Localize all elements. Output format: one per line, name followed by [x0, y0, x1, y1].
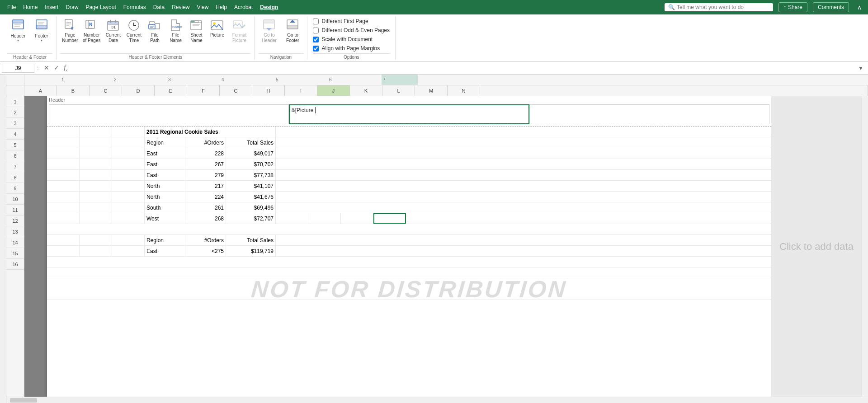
row-num-8[interactable]: 8 — [6, 172, 24, 183]
picture-button[interactable]: Picture — [207, 16, 227, 40]
col-C[interactable]: C — [90, 85, 122, 96]
name-box[interactable] — [2, 64, 34, 73]
data-menu[interactable]: Data — [150, 2, 168, 12]
cell-6-total[interactable]: $41,107 — [226, 181, 276, 191]
col-E[interactable]: E — [155, 85, 187, 96]
cell-8-total[interactable]: $69,496 — [226, 202, 276, 213]
left-scrollbar[interactable] — [0, 75, 6, 403]
col-I[interactable]: I — [285, 85, 317, 96]
cell-12-region[interactable]: East — [145, 246, 185, 256]
col-D[interactable]: D — [122, 85, 155, 96]
design-menu[interactable]: Design — [256, 2, 282, 12]
cell-5-region[interactable]: East — [145, 170, 185, 180]
view-menu[interactable]: View — [193, 2, 212, 12]
cell-7-region[interactable]: North — [145, 192, 185, 202]
col-A[interactable]: A — [24, 85, 57, 96]
current-time-button[interactable]: CurrentTime — [124, 16, 144, 45]
cell-h-total[interactable]: Total Sales — [226, 137, 276, 148]
goto-header-button[interactable]: Go toHeader — [258, 16, 280, 45]
col-G[interactable]: G — [220, 85, 252, 96]
draw-menu[interactable]: Draw — [62, 2, 82, 12]
formulas-menu[interactable]: Formulas — [120, 2, 150, 12]
v-scrollbar[interactable] — [862, 96, 868, 397]
cell-3-orders[interactable]: 228 — [185, 148, 226, 159]
scale-with-document-option[interactable]: Scale with Document — [313, 36, 390, 42]
formula-input[interactable] — [72, 64, 854, 72]
row-num-14[interactable]: 14 — [6, 237, 24, 248]
row-num-2[interactable]: 2 — [6, 107, 24, 118]
col-B[interactable]: B — [57, 85, 90, 96]
share-button[interactable]: ↑ Share — [778, 2, 807, 12]
confirm-formula-icon[interactable]: ✓ — [53, 64, 60, 72]
function-icon[interactable]: fx — [63, 64, 68, 72]
col-H[interactable]: H — [252, 85, 285, 96]
search-input[interactable] — [677, 4, 763, 10]
different-first-page-option[interactable]: Different First Page — [313, 18, 390, 24]
cell-9-orders[interactable]: 268 — [185, 213, 226, 224]
different-first-page-checkbox[interactable] — [313, 19, 319, 24]
align-with-margins-checkbox[interactable] — [313, 46, 319, 52]
col-F[interactable]: F — [187, 85, 220, 96]
footer-button[interactable]: Footer ▾ — [31, 16, 52, 44]
cell-5-orders[interactable]: 279 — [185, 170, 226, 180]
cancel-formula-icon[interactable]: ✕ — [43, 64, 50, 72]
file-menu[interactable]: File — [4, 2, 19, 12]
cell-11-region[interactable]: Region — [145, 235, 185, 245]
header-left-section[interactable] — [49, 104, 289, 124]
h-scroll-thumb[interactable] — [10, 398, 37, 403]
file-name-button[interactable]: Name FileName — [165, 16, 185, 45]
row-num-12[interactable]: 12 — [6, 216, 24, 226]
row-num-5[interactable]: 5 — [6, 140, 24, 150]
row-num-6[interactable]: 6 — [6, 150, 24, 161]
different-odd-even-checkbox[interactable] — [313, 28, 319, 33]
right-panel[interactable]: Click to add data — [771, 96, 862, 397]
cell-6-region[interactable]: North — [145, 181, 185, 191]
help-menu[interactable]: Help — [212, 2, 231, 12]
page-layout-menu[interactable]: Page Layout — [82, 2, 119, 12]
scale-with-document-checkbox[interactable] — [313, 37, 319, 42]
row-num-13[interactable]: 13 — [6, 226, 24, 237]
cell-9-total[interactable]: $72,707 — [226, 213, 276, 224]
home-menu[interactable]: Home — [19, 2, 41, 12]
cell-9-region[interactable]: West — [145, 213, 185, 224]
sheet-name-button[interactable]: SheetName — [186, 16, 206, 45]
cell-12-total[interactable]: $119,719 — [226, 246, 276, 256]
comments-button[interactable]: Comments — [813, 2, 849, 12]
cell-4-orders[interactable]: 267 — [185, 159, 226, 169]
cell-J9-selected[interactable] — [373, 213, 406, 224]
page-number-button[interactable]: # PageNumber — [60, 16, 80, 45]
row-num-9[interactable]: 9 — [6, 183, 24, 194]
cell-5-total[interactable]: $77,738 — [226, 170, 276, 180]
col-N[interactable]: N — [448, 85, 480, 96]
row-num-15[interactable]: 15 — [6, 248, 24, 259]
different-odd-even-option[interactable]: Different Odd & Even Pages — [313, 27, 390, 33]
review-menu[interactable]: Review — [168, 2, 193, 12]
cell-6-orders[interactable]: 217 — [185, 181, 226, 191]
goto-footer-button[interactable]: Go toFooter — [282, 16, 303, 45]
row-num-10[interactable]: 10 — [6, 194, 24, 205]
row-num-7[interactable]: 7 — [6, 161, 24, 172]
cell-h-orders[interactable]: #Orders — [185, 137, 226, 148]
format-picture-button[interactable]: FormatPicture — [228, 16, 250, 45]
cell-title[interactable]: 2011 Regional Cookie Sales — [145, 127, 276, 137]
header-right-section[interactable] — [529, 104, 769, 124]
col-K[interactable]: K — [350, 85, 382, 96]
cell-8-orders[interactable]: 261 — [185, 202, 226, 213]
cell-7-total[interactable]: $41,676 — [226, 192, 276, 202]
cell-8-region[interactable]: South — [145, 202, 185, 213]
file-path-button[interactable]: FilePath — [145, 16, 165, 45]
col-M[interactable]: M — [415, 85, 448, 96]
cell-11-orders[interactable]: #Orders — [185, 235, 226, 245]
ribbon-collapse-icon[interactable]: ∧ — [854, 3, 864, 12]
num-pages-button[interactable]: N Numberof Pages — [81, 16, 102, 45]
cell-4-region[interactable]: East — [145, 159, 185, 169]
row-num-11[interactable]: 11 — [6, 205, 24, 216]
current-date-button[interactable]: 31 CurrentDate — [103, 16, 123, 45]
acrobat-menu[interactable]: Acrobat — [231, 2, 256, 12]
col-L[interactable]: L — [382, 85, 415, 96]
row-num-1[interactable]: 1 — [6, 96, 24, 107]
header-center-section[interactable]: &[Picture — [289, 104, 530, 124]
row-num-16[interactable]: 16 — [6, 259, 24, 270]
cell-4-total[interactable]: $70,702 — [226, 159, 276, 169]
h-scrollbar[interactable] — [6, 397, 868, 403]
